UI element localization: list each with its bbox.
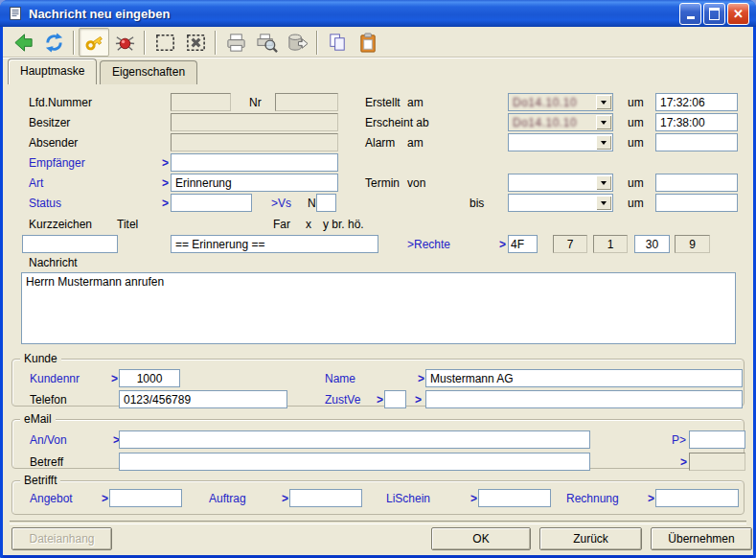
- empfaenger-arrow[interactable]: >: [162, 156, 169, 170]
- zurueck-button[interactable]: Zurück: [539, 527, 642, 550]
- minimize-button[interactable]: [679, 3, 701, 25]
- angebot-arrow[interactable]: >: [102, 492, 108, 505]
- besitzer-field: [171, 113, 338, 131]
- maximize-button[interactable]: [703, 3, 725, 25]
- lischein-label[interactable]: LiSchein: [386, 492, 430, 505]
- termin-um-label: um: [628, 176, 644, 190]
- rechnung-label[interactable]: Rechnung: [566, 492, 619, 505]
- vs-label[interactable]: >Vs: [271, 197, 291, 210]
- empfaenger-label[interactable]: Empfänger: [29, 156, 85, 170]
- rechnung-field[interactable]: [655, 489, 739, 507]
- alarm-date-dropdown[interactable]: [508, 133, 613, 151]
- dropdown-arrow-icon[interactable]: [596, 175, 611, 190]
- art-label[interactable]: Art: [29, 176, 43, 190]
- rechte-box-4: [675, 235, 710, 253]
- lischein-arrow[interactable]: >: [470, 492, 477, 505]
- termin-von-dropdown[interactable]: [508, 174, 613, 192]
- close-button[interactable]: ✕: [727, 3, 749, 25]
- betreff-field[interactable]: [119, 453, 590, 471]
- erscheint-date-dropdown[interactable]: Do14.10.10: [508, 113, 613, 131]
- paste-button[interactable]: [353, 28, 383, 57]
- kundennr-field[interactable]: [119, 369, 180, 387]
- art-field[interactable]: [171, 174, 338, 192]
- status-arrow[interactable]: >: [162, 197, 169, 210]
- nachricht-textarea[interactable]: Herrn Mustermann anrufen: [21, 272, 736, 344]
- rechte-field[interactable]: [508, 235, 538, 253]
- telefon-field[interactable]: [119, 390, 287, 408]
- toolbar-separator: [316, 31, 318, 55]
- bis-dropdown[interactable]: [508, 194, 613, 212]
- refresh-button[interactable]: [38, 28, 69, 57]
- kundennr-label[interactable]: Kundennr: [30, 372, 80, 385]
- an-von-field[interactable]: [119, 430, 590, 449]
- dropdown-arrow-icon[interactable]: [596, 95, 611, 109]
- print-button[interactable]: [220, 28, 251, 57]
- status-label[interactable]: Status: [29, 197, 61, 210]
- dropdown-arrow-icon[interactable]: [596, 196, 611, 210]
- zustve-label[interactable]: ZustVe: [325, 393, 360, 407]
- alarm-date-value: [509, 134, 595, 151]
- status-field[interactable]: [171, 194, 252, 212]
- rechte-box-3[interactable]: [634, 235, 670, 253]
- lischein-field[interactable]: [478, 489, 551, 507]
- print-icon: [225, 32, 247, 54]
- art-arrow[interactable]: >: [162, 176, 169, 190]
- spider-button[interactable]: [109, 28, 140, 57]
- kundennr-arrow[interactable]: >: [111, 372, 118, 385]
- erstellt-time-field[interactable]: [655, 93, 738, 111]
- rechte-label[interactable]: >Rechte: [407, 238, 450, 251]
- alarm-label: Alarm: [365, 136, 395, 150]
- toolbar-separator: [73, 31, 75, 55]
- rechte-box-1: [553, 235, 587, 253]
- betreff-label: Betreff: [30, 455, 63, 469]
- dropdown-arrow-icon[interactable]: [596, 135, 611, 150]
- an-von-label[interactable]: An/Von: [30, 433, 67, 447]
- kurzzeichen-field[interactable]: [22, 235, 118, 253]
- telefon-label: Telefon: [30, 393, 67, 407]
- zustve-field-2[interactable]: [425, 390, 743, 408]
- uebernehmen-button[interactable]: Übernehmen: [651, 527, 752, 550]
- erstellt-date-dropdown[interactable]: Do14.10.10: [508, 93, 613, 111]
- angebot-field[interactable]: [109, 489, 182, 507]
- zustve-arrow-2[interactable]: >: [415, 393, 422, 407]
- erscheint-um-label: um: [628, 116, 644, 129]
- selection-box-button[interactable]: [149, 28, 180, 57]
- rechte-arrow[interactable]: >: [499, 238, 506, 251]
- p-field[interactable]: [689, 430, 745, 449]
- back-button[interactable]: [8, 28, 38, 57]
- bis-time-field[interactable]: [655, 194, 738, 212]
- dropdown-arrow-icon[interactable]: [596, 115, 611, 129]
- name-field[interactable]: [425, 369, 743, 387]
- erscheint-time-field[interactable]: [655, 113, 738, 131]
- database-export-button[interactable]: [282, 28, 312, 57]
- bottom-separator: [10, 521, 746, 524]
- zustve-arrow-1[interactable]: >: [377, 393, 383, 407]
- name-arrow[interactable]: >: [418, 372, 424, 385]
- tab-eigenschaften[interactable]: Eigenschaften: [100, 60, 197, 84]
- auftrag-label[interactable]: Auftrag: [209, 492, 246, 505]
- p-label[interactable]: P>: [672, 433, 686, 447]
- besitzer-label: Besitzer: [29, 116, 70, 129]
- tab-hauptmaske[interactable]: Hauptmaske: [8, 58, 97, 84]
- print-preview-button[interactable]: [251, 28, 282, 57]
- n-field[interactable]: [316, 194, 336, 212]
- auftrag-field[interactable]: [289, 489, 362, 507]
- maximize-icon: [709, 8, 720, 20]
- alarm-time-field[interactable]: [655, 133, 738, 151]
- ok-button[interactable]: OK: [431, 527, 531, 550]
- zustve-field-1[interactable]: [384, 390, 406, 408]
- auftrag-arrow[interactable]: >: [282, 492, 288, 505]
- cancel-selection-button[interactable]: [180, 28, 211, 57]
- name-label[interactable]: Name: [325, 372, 355, 385]
- betreff-arrow[interactable]: >: [680, 455, 687, 469]
- rechnung-arrow[interactable]: >: [648, 492, 654, 505]
- key-button[interactable]: [79, 28, 109, 57]
- angebot-label[interactable]: Angebot: [30, 492, 73, 505]
- titlebar: Nachricht neu eingeben ✕: [0, 0, 756, 27]
- termin-time-field[interactable]: [655, 174, 738, 192]
- copy-button[interactable]: [322, 28, 353, 57]
- empfaenger-field[interactable]: [171, 153, 338, 172]
- close-icon: ✕: [733, 8, 744, 20]
- betrifft-group: Betrifft Angebot > Auftrag > LiSchein > …: [11, 480, 745, 515]
- titel-field[interactable]: [171, 235, 378, 253]
